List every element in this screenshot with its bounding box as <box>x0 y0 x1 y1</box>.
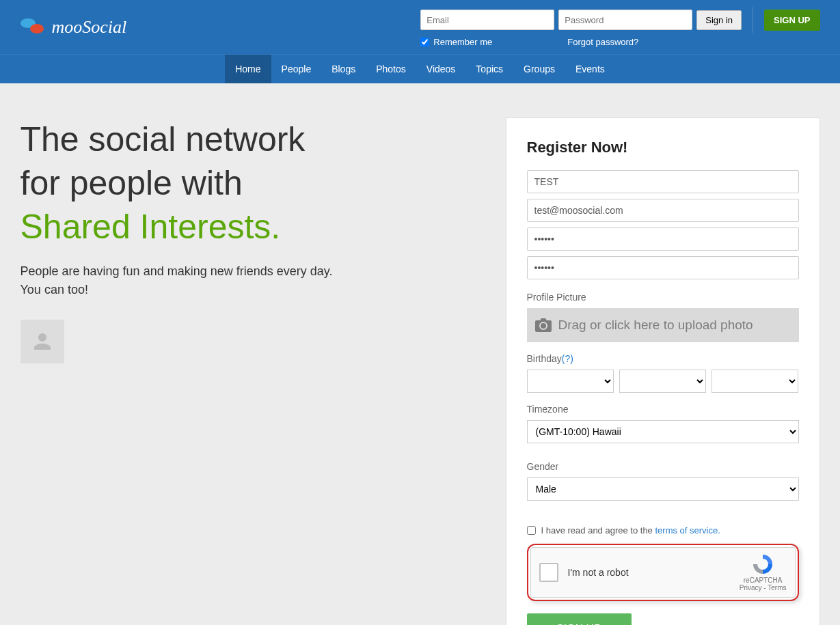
tos-checkbox[interactable] <box>527 526 536 535</box>
header: mooSocial Sign in SIGN UP Remember me Fo… <box>0 0 840 54</box>
signin-button[interactable]: Sign in <box>696 10 742 30</box>
password-input[interactable] <box>558 10 692 30</box>
hero-section: The social network for people with Share… <box>21 117 485 625</box>
gender-select[interactable]: Male <box>527 477 799 501</box>
logo-icon <box>21 18 48 36</box>
birthday-day-select[interactable] <box>527 370 614 393</box>
birthday-year-select[interactable] <box>712 370 798 393</box>
recaptcha-text: I'm not a robot <box>568 567 629 578</box>
nav-videos[interactable]: Videos <box>416 55 466 83</box>
recaptcha-icon <box>752 553 774 575</box>
avatar-icon <box>30 329 55 354</box>
hero-sub1: People are having fun and making new fri… <box>21 264 333 278</box>
avatar-placeholder <box>21 320 64 363</box>
brand-text: mooSocial <box>52 17 127 38</box>
recaptcha-privacy-link[interactable]: Privacy <box>740 584 762 592</box>
hero-line2: for people with <box>21 164 243 202</box>
nav-blogs[interactable]: Blogs <box>321 55 366 83</box>
birthday-help-icon[interactable]: (?) <box>562 353 573 364</box>
nav-home[interactable]: Home <box>225 55 271 83</box>
timezone-label: Timezone <box>527 404 799 415</box>
recaptcha-terms-link[interactable]: Terms <box>768 584 786 592</box>
remember-me-text: Remember me <box>433 37 492 47</box>
upload-text: Drag or click here to upload photo <box>558 318 753 333</box>
nav-topics[interactable]: Topics <box>465 55 513 83</box>
tos-link[interactable]: terms of service. <box>655 525 720 536</box>
logo[interactable]: mooSocial <box>21 17 127 38</box>
hero-highlight: Shared Interests. <box>21 208 281 246</box>
upload-zone[interactable]: Drag or click here to upload photo <box>527 308 799 342</box>
recaptcha-highlight: I'm not a robot reCAPTCHA Privacy - Term… <box>527 544 799 601</box>
reg-email-input[interactable] <box>527 199 799 222</box>
reg-password-input[interactable] <box>527 227 799 251</box>
birthday-label: Birthday(?) <box>527 353 799 364</box>
name-input[interactable] <box>527 170 799 193</box>
profile-picture-label: Profile Picture <box>527 292 799 303</box>
register-title: Register Now! <box>527 139 799 156</box>
gender-label: Gender <box>527 461 799 472</box>
nav-people[interactable]: People <box>271 55 322 83</box>
hero-headline: The social network for people with Share… <box>21 117 485 249</box>
forgot-password-link[interactable]: Forgot password? <box>567 37 638 47</box>
main-content: The social network for people with Share… <box>10 83 830 625</box>
signup-button-header[interactable]: SIGN UP <box>764 10 819 31</box>
timezone-select[interactable]: (GMT-10:00) Hawaii <box>527 420 799 443</box>
recaptcha-brand: reCAPTCHA Privacy - Terms <box>740 553 787 592</box>
nav-events[interactable]: Events <box>565 55 615 83</box>
hero-sub2: You can too! <box>21 283 88 296</box>
nav-groups[interactable]: Groups <box>513 55 565 83</box>
nav-photos[interactable]: Photos <box>366 55 416 83</box>
login-area: Sign in SIGN UP Remember me Forgot passw… <box>420 7 819 47</box>
register-panel: Register Now! Profile Picture Drag or cl… <box>506 117 820 625</box>
main-nav: Home People Blogs Photos Videos Topics G… <box>0 54 840 83</box>
tos-row: I have read and agree to the terms of se… <box>527 525 799 536</box>
remember-me-label[interactable]: Remember me <box>420 37 492 47</box>
hero-line1: The social network <box>21 120 306 158</box>
camera-icon <box>535 318 552 332</box>
remember-me-checkbox[interactable] <box>420 38 429 46</box>
recaptcha-checkbox[interactable] <box>539 563 558 582</box>
email-input[interactable] <box>420 10 554 30</box>
recaptcha-widget: I'm not a robot reCAPTCHA Privacy - Term… <box>530 547 796 598</box>
reg-confirm-input[interactable] <box>527 256 799 279</box>
register-signup-button[interactable]: SIGN UP <box>527 613 632 625</box>
divider <box>753 7 753 33</box>
hero-subhead: People are having fun and making new fri… <box>21 262 485 299</box>
birthday-month-select[interactable] <box>619 370 706 393</box>
tos-text: I have read and agree to the terms of se… <box>541 525 720 536</box>
